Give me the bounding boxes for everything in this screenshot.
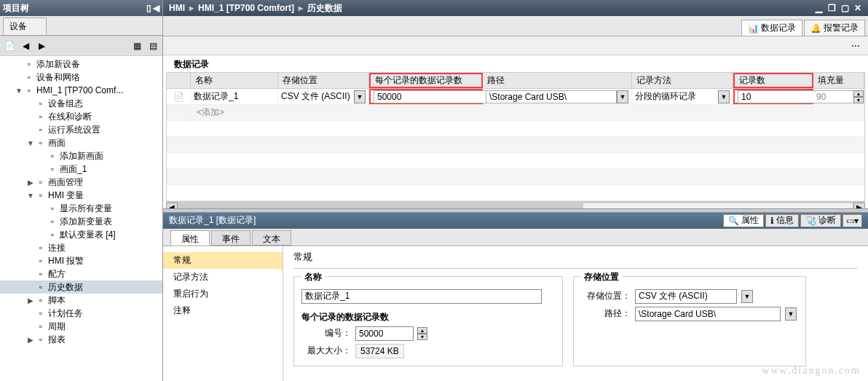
grid-add-row[interactable]: <添加> bbox=[167, 105, 864, 121]
list-icon[interactable]: ▦ bbox=[130, 39, 143, 52]
collapse-icon[interactable]: ▯ bbox=[146, 3, 151, 13]
dropdown-icon[interactable]: ▼ bbox=[718, 90, 730, 103]
prop-tab-properties[interactable]: 🔍 属性 bbox=[723, 214, 764, 227]
tree-item[interactable]: ▫显示所有变量 bbox=[0, 202, 162, 215]
scroll-track[interactable] bbox=[178, 203, 853, 208]
tree-arrow-icon[interactable]: ▶ bbox=[26, 178, 35, 186]
tree-item[interactable]: ▫连接 bbox=[0, 241, 162, 254]
tree-item[interactable]: ▫添加新画面 bbox=[0, 149, 162, 162]
col-method[interactable]: 记录方法 bbox=[632, 73, 733, 88]
col-path[interactable]: 路径 bbox=[483, 73, 632, 88]
tree-item[interactable]: ▫运行系统设置 bbox=[0, 123, 162, 136]
tree-item[interactable]: ▫设备组态 bbox=[0, 97, 162, 110]
prop-tab-info[interactable]: ℹ 信息 bbox=[765, 214, 799, 227]
spin-down-icon[interactable]: ▼ bbox=[417, 334, 427, 340]
back-icon[interactable]: ◀ bbox=[19, 39, 32, 52]
project-tree-header: 项目树 ▯ ◀ bbox=[0, 0, 162, 16]
minimize-icon[interactable]: ▁ bbox=[813, 3, 824, 13]
cell-count[interactable]: ▲ ▼ bbox=[733, 89, 813, 104]
path-input[interactable] bbox=[486, 90, 617, 103]
tree-item[interactable]: ▼▫HMI 变量 bbox=[0, 189, 162, 202]
col-storage[interactable]: 存储位置 bbox=[278, 73, 369, 88]
dropdown-icon[interactable]: ▼ bbox=[785, 307, 797, 321]
tree-arrow-icon[interactable]: ▼ bbox=[15, 87, 23, 95]
forward-icon[interactable]: ▶ bbox=[35, 39, 48, 52]
tree-item[interactable]: ▶▫画面管理 bbox=[0, 176, 162, 189]
grid-data-row[interactable]: 📄 数据记录_1 CSV 文件 (ASCII) ▼ ▲ bbox=[167, 89, 864, 105]
scroll-right-icon[interactable]: ▶ bbox=[853, 203, 865, 208]
prop-nav-method[interactable]: 记录方法 bbox=[163, 269, 283, 286]
col-records[interactable]: 每个记录的数据记录数 bbox=[369, 73, 483, 88]
cell-name[interactable]: 数据记录_1 bbox=[191, 89, 278, 104]
tree-item[interactable]: ▫画面_1 bbox=[0, 162, 162, 176]
col-count[interactable]: 记录数 bbox=[733, 73, 813, 88]
prop-collapse-button[interactable]: ▭▾ bbox=[843, 214, 862, 227]
view-icon[interactable]: ▤ bbox=[146, 39, 159, 52]
dropdown-icon[interactable]: ▼ bbox=[617, 90, 628, 103]
tree-arrow-icon[interactable]: ▼ bbox=[26, 139, 35, 147]
script-icon: ▫ bbox=[35, 294, 47, 306]
scroll-thumb[interactable] bbox=[178, 203, 583, 208]
records-input[interactable] bbox=[374, 90, 490, 103]
breadcrumb-item[interactable]: 历史数据 bbox=[307, 2, 342, 15]
tab-alarm-log[interactable]: 🔔 报警记录 bbox=[804, 20, 865, 36]
add-placeholder[interactable]: <添加> bbox=[191, 105, 864, 120]
row-handle[interactable]: 📄 bbox=[167, 89, 191, 104]
tree-item[interactable]: ▫配方 bbox=[0, 267, 162, 280]
tree-arrow-icon[interactable]: ▶ bbox=[26, 296, 35, 305]
prop-tab-diagnostics[interactable]: 🩺 诊断 bbox=[800, 214, 841, 227]
cell-method[interactable]: 分段的循环记录 ▼ bbox=[632, 89, 733, 104]
properties-title: 数据记录_1 [数据记录] bbox=[169, 214, 256, 227]
subtab-properties[interactable]: 属性 bbox=[170, 230, 210, 246]
cell-records[interactable]: ▲ ▼ bbox=[369, 89, 483, 104]
tree-arrow-icon[interactable]: ▶ bbox=[26, 336, 35, 344]
breadcrumb-item[interactable]: HMI_1 [TP700 Comfort] bbox=[198, 3, 294, 13]
project-tree[interactable]: ▫添加新设备▫设备和网络▼▫HMI_1 [TP700 Comf...▫设备组态▫… bbox=[0, 56, 162, 381]
tree-item[interactable]: ▫历史数据 bbox=[0, 280, 162, 294]
cell-path[interactable]: ▼ bbox=[483, 89, 632, 104]
tree-item[interactable]: ▶▫脚本 bbox=[0, 294, 162, 307]
spin-up-icon[interactable]: ▲ bbox=[417, 327, 427, 334]
tree-item-label: 脚本 bbox=[48, 294, 66, 307]
number-field[interactable] bbox=[355, 326, 414, 341]
tree-item[interactable]: ▫周期 bbox=[0, 320, 162, 333]
dropdown-icon[interactable]: ▼ bbox=[354, 90, 366, 103]
dropdown-icon[interactable]: ▼ bbox=[741, 290, 753, 303]
tree-item[interactable]: ▼▫画面 bbox=[0, 136, 162, 149]
options-icon[interactable]: ⋯ bbox=[849, 39, 862, 52]
col-name[interactable]: 名称 bbox=[191, 73, 278, 88]
prop-nav-general[interactable]: 常规 bbox=[163, 252, 283, 269]
prop-nav-comment[interactable]: 注释 bbox=[163, 302, 283, 319]
restore-icon[interactable]: ❐ bbox=[826, 3, 837, 13]
new-icon[interactable]: 📄 bbox=[3, 39, 16, 52]
name-field[interactable] bbox=[301, 289, 542, 304]
cell-fill[interactable]: 90 bbox=[813, 89, 864, 104]
tree-item[interactable]: ▫计划任务 bbox=[0, 307, 162, 320]
cell-storage[interactable]: CSV 文件 (ASCII) ▼ bbox=[278, 89, 369, 104]
subtab-events[interactable]: 事件 bbox=[211, 230, 250, 246]
tree-item[interactable]: ▫在线和诊断 bbox=[0, 110, 162, 123]
device-tab[interactable]: 设备 bbox=[3, 17, 47, 35]
tree-item[interactable]: ▼▫HMI_1 [TP700 Comf... bbox=[0, 84, 162, 97]
path-field[interactable] bbox=[635, 307, 781, 321]
tree-item[interactable]: ▫默认变量表 [4] bbox=[0, 228, 162, 241]
scroll-left-icon[interactable]: ◀ bbox=[166, 203, 178, 208]
breadcrumb: HMI ▸ HMI_1 [TP700 Comfort] ▸ 历史数据 ▁ ❐ ▢… bbox=[163, 0, 868, 16]
tree-item[interactable]: ▫设备和网络 bbox=[0, 71, 162, 84]
storage-select[interactable] bbox=[635, 289, 737, 304]
tree-arrow-icon[interactable]: ▼ bbox=[26, 192, 35, 200]
chevron-left-icon[interactable]: ◀ bbox=[153, 3, 159, 13]
tree-item[interactable]: ▫HMI 报警 bbox=[0, 254, 162, 267]
col-fill[interactable]: 填充量 bbox=[813, 73, 864, 88]
tree-item[interactable]: ▫添加新变量表 bbox=[0, 215, 162, 228]
horizontal-scrollbar[interactable]: ◀ ▶ bbox=[166, 202, 865, 208]
tree-item[interactable]: ▫添加新设备 bbox=[0, 58, 162, 71]
subtab-text[interactable]: 文本 bbox=[252, 230, 291, 246]
tab-data-log[interactable]: 📊 数据记录 bbox=[741, 20, 802, 36]
breadcrumb-item[interactable]: HMI bbox=[169, 3, 185, 13]
prop-nav-restart[interactable]: 重启行为 bbox=[163, 286, 283, 302]
close-icon[interactable]: ✕ bbox=[852, 3, 864, 13]
maximize-icon[interactable]: ▢ bbox=[839, 3, 851, 13]
tags-icon: ▫ bbox=[47, 203, 58, 214]
tree-item[interactable]: ▶▫报表 bbox=[0, 333, 162, 346]
